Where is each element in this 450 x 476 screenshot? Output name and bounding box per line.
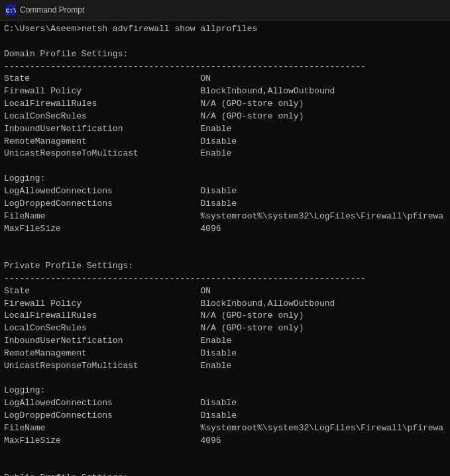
console-output[interactable]: C:\Users\Aseem>netsh advfirewall show al… — [0, 21, 450, 476]
svg-text:C:\: C:\ — [6, 8, 16, 15]
cmd-icon: C:\ — [5, 5, 16, 15]
title-bar: C:\ Command Prompt — [0, 0, 450, 21]
window-title: Command Prompt — [20, 5, 84, 15]
